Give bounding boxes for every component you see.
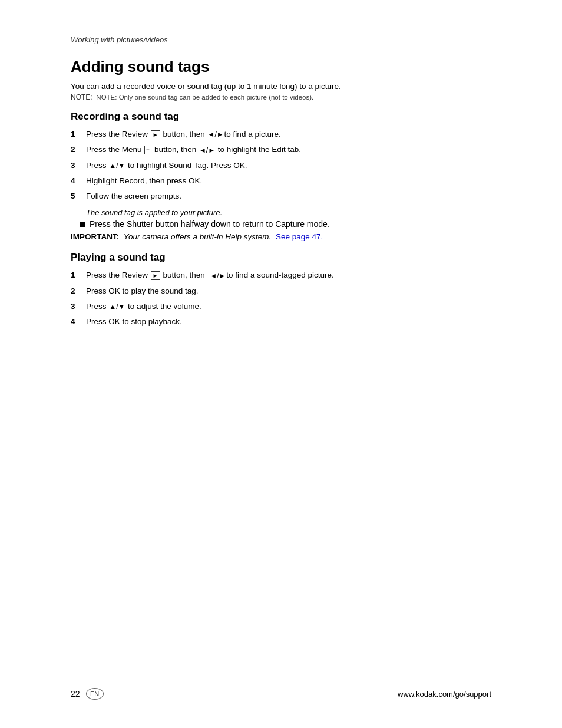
intro-text: You can add a recorded voice or sound ta…	[71, 82, 491, 91]
recording-step-4: 4 Highlight Record, then press OK.	[71, 175, 491, 187]
italic-note: The sound tag is applied to your picture…	[86, 208, 491, 217]
recording-step-2: 2 Press the Menu ≡ button, then ◄/► to h…	[71, 144, 491, 156]
review-icon-1: ►	[151, 130, 160, 139]
divider	[71, 47, 491, 47]
page-container: Working with pictures/videos Adding soun…	[0, 0, 562, 728]
play-step-num-2: 2	[71, 285, 81, 297]
leftright-icon-3: ◄/►	[210, 271, 226, 281]
bullet-square-icon	[80, 222, 85, 227]
section-header: Working with pictures/videos	[71, 35, 491, 44]
important-line: IMPORTANT: Your camera offers a built-in…	[71, 232, 491, 241]
playing-step-2: 2 Press OK to play the sound tag.	[71, 285, 491, 297]
play-step-num-4: 4	[71, 316, 81, 328]
recording-step-5: 5 Follow the screen prompts.	[71, 190, 491, 202]
step-content-4: Highlight Record, then press OK.	[86, 175, 491, 187]
updown-icon-2: ▲/▼	[109, 301, 125, 312]
bullet-text: Press the Shutter button halfway down to…	[90, 219, 330, 229]
important-label: IMPORTANT:	[71, 232, 119, 241]
playing-section: Playing a sound tag 1 Press the Review ►…	[71, 252, 491, 328]
leftright-icon-2: ◄/►	[199, 145, 215, 156]
playing-steps-list: 1 Press the Review ► button, then ◄/►to …	[71, 269, 491, 328]
playing-step-3: 3 Press ▲/▼ to adjust the volume.	[71, 301, 491, 312]
step-content-3: Press ▲/▼ to highlight Sound Tag. Press …	[86, 160, 491, 172]
footer: 22 EN www.kodak.com/go/support	[71, 688, 491, 700]
review-icon-2: ►	[151, 271, 160, 280]
recording-step-3: 3 Press ▲/▼ to highlight Sound Tag. Pres…	[71, 160, 491, 172]
important-link[interactable]: See page 47.	[276, 232, 323, 241]
play-step-content-3: Press ▲/▼ to adjust the volume.	[86, 301, 491, 312]
recording-section: Recording a sound tag 1 Press the Review…	[71, 111, 491, 241]
footer-left: 22 EN	[71, 688, 104, 700]
step-content-2: Press the Menu ≡ button, then ◄/► to hig…	[86, 144, 491, 156]
note-text: NOTE: NOTE: Only one sound tag can be ad…	[71, 93, 491, 101]
step-num-1: 1	[71, 129, 81, 140]
leftright-icon-1: ◄/►	[208, 129, 224, 140]
step-num-2: 2	[71, 144, 81, 156]
playing-step-1: 1 Press the Review ► button, then ◄/►to …	[71, 269, 491, 281]
menu-icon-1: ≡	[144, 146, 151, 154]
play-step-num-3: 3	[71, 301, 81, 312]
play-step-content-1: Press the Review ► button, then ◄/►to fi…	[86, 269, 491, 281]
updown-icon-1: ▲/▼	[109, 160, 125, 171]
note-content: NOTE: Only one sound tag can be added to…	[96, 94, 313, 101]
note-label: NOTE:	[71, 93, 96, 101]
chapter-title: Adding sound tags	[71, 58, 491, 76]
bullet-item: Press the Shutter button halfway down to…	[80, 219, 491, 229]
step-num-3: 3	[71, 160, 81, 172]
playing-step-4: 4 Press OK to stop playback.	[71, 316, 491, 328]
recording-step-1: 1 Press the Review ► button, then ◄/►to …	[71, 129, 491, 140]
recording-subtitle: Recording a sound tag	[71, 111, 491, 123]
recording-steps-list: 1 Press the Review ► button, then ◄/►to …	[71, 129, 491, 202]
play-step-num-1: 1	[71, 269, 81, 281]
footer-page-number: 22	[71, 689, 80, 699]
step-content-1: Press the Review ► button, then ◄/►to fi…	[86, 129, 491, 140]
playing-subtitle: Playing a sound tag	[71, 252, 491, 263]
step-num-4: 4	[71, 175, 81, 187]
important-italic: Your camera offers a built-in Help syste…	[124, 232, 272, 241]
footer-url: www.kodak.com/go/support	[398, 690, 491, 699]
step-num-5: 5	[71, 190, 81, 202]
step-content-5: Follow the screen prompts.	[86, 190, 491, 202]
play-step-content-2: Press OK to play the sound tag.	[86, 285, 491, 297]
play-step-content-4: Press OK to stop playback.	[86, 316, 491, 328]
footer-en-badge: EN	[86, 688, 104, 700]
